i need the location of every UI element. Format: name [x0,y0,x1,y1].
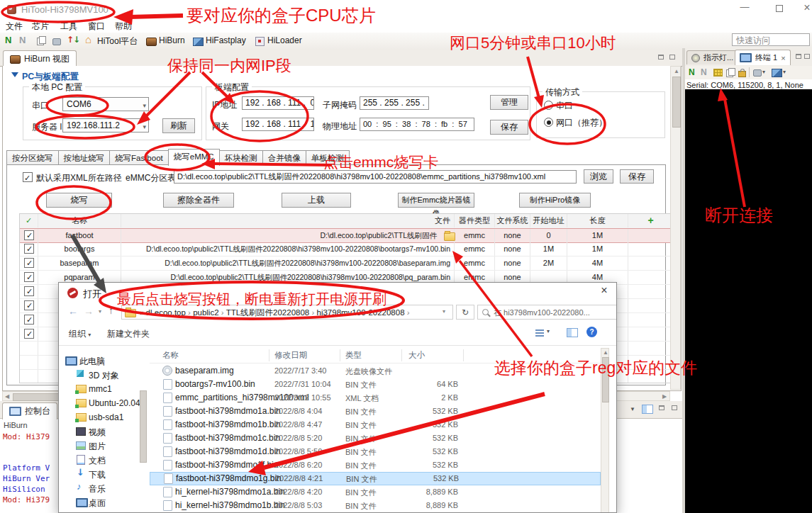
hiloader-icon[interactable] [255,37,265,46]
back-icon[interactable]: ← [68,305,78,317]
file-row[interactable]: fastboot-hi3798mdmo1a.bin 2022/8/8 4:04 … [150,405,601,418]
table-row-baseparam[interactable]: baseparam D:\dl.ecoo.top\public2\TTL线刷固件… [20,256,673,271]
header-name[interactable]: 名称 [38,214,121,227]
console-open-icon[interactable] [642,405,653,414]
view-mode-icon[interactable] [535,329,544,337]
connect-icon[interactable]: N [5,35,11,45]
erase-all-button[interactable]: 擦除全器件 [163,193,234,208]
connection-dropdown-icon[interactable]: ▾ [762,69,765,75]
header-start-addr[interactable]: 开始地址 [530,214,567,227]
file-row[interactable]: fastboot-hi3798mdmo1f.bin 2022/8/8 6:20 … [150,458,601,472]
help-icon[interactable] [586,327,597,337]
table-row-bootargs[interactable]: bootargs D:\dl.ecoo.top\public2\TTL线刷固件2… [20,242,673,256]
new-connection-icon[interactable] [753,69,762,77]
manage-button[interactable]: 管理 [490,95,528,110]
tab-partition-burn[interactable]: 按分区烧写 [6,150,59,166]
column-type[interactable]: 类型 [345,350,362,361]
file-row[interactable]: hi_kernel-hi3798mdmo1a.bin 2022/8/8 4:20… [150,485,601,499]
toolbar-hiburn[interactable]: HiBurn [159,35,185,45]
file-row[interactable]: fastboot-hi3798mdmo1b.bin 2022/8/8 4:47 … [150,418,601,432]
sidebar-item-3d-objects[interactable]: 3D 对象 [89,370,119,382]
board-ip-input[interactable]: 192 . 168 . 111 . 0 [242,96,314,110]
preview-pane-icon[interactable] [567,328,578,337]
header-check[interactable]: ✓ [20,214,38,227]
up-icon[interactable]: ↑ [109,305,113,316]
terminal-dropdown-icon[interactable]: ▾ [783,69,786,75]
console-maximize-icon[interactable] [672,405,677,410]
mac-input[interactable]: 00 : 95 : 38 : 78 : fb : 57 [360,118,474,131]
serial-combo[interactable]: COM6 [62,97,149,111]
sidebar-item-documents[interactable]: 文档 [89,455,106,467]
sidebar-item-usb-sda1[interactable]: usb-sda1 [89,412,123,422]
organize-button[interactable]: 组织 ▾ [69,328,91,340]
view-mode-dropdown-icon[interactable]: ▾ [547,328,550,334]
scroll-up-icon[interactable]: ▲ [674,68,679,75]
header-filesystem[interactable]: 文件系统 [495,214,530,227]
network-radio-label[interactable]: 网口（推荐） [556,117,607,129]
maximize-button[interactable] [776,5,783,12]
tab-hiburn-view[interactable]: HiBurn 视图 [3,50,77,67]
device-icon[interactable] [52,38,61,45]
editor-maximize-icon[interactable] [669,55,675,60]
file-row[interactable]: hi_kernel-hi3798mdmo1b.bin 2022/8/8 5:03… [150,499,601,512]
browse-button[interactable]: 浏览 [584,169,613,184]
column-size[interactable]: 大小 [408,350,425,361]
file-row[interactable]: fastboot-hi3798mdmo1d.bin 2022/8/8 5:50 … [150,445,601,458]
terminal-copy-icon[interactable] [726,69,733,77]
file-row-selected[interactable]: fastboot-hi3798mdmo1g.bin 2022/8/8 4:21 … [150,472,601,485]
toolbar-hifastplay[interactable]: HiFastplay [206,35,246,45]
make-emmc-image-button[interactable]: 制作Emmc烧片器镜像 [398,193,474,208]
console-minimize-icon[interactable] [659,405,664,410]
menu-file[interactable]: 文件 [6,21,23,33]
server-ip-combo[interactable]: 192.168.111.2 [62,118,149,133]
sidebar-item-pictures[interactable]: 图片 [89,441,106,453]
sidebar-item-downloads[interactable]: 下载 [89,469,106,481]
network-radio[interactable] [544,118,553,127]
row-checkbox[interactable] [24,272,34,282]
sidebar-item-this-pc[interactable]: 此电脑 [79,356,105,368]
row-checkbox[interactable] [24,315,34,325]
file-row[interactable]: emmc_partitions_hi3798mv100.xml 2022/8/1… [150,391,601,405]
gateway-input[interactable]: 192 . 168 . 111 . 1 [242,118,314,131]
header-device-type[interactable]: 器件类型 [455,214,495,227]
file-browse-icon[interactable] [444,232,455,241]
editor-vscrollbar[interactable]: ▲ [670,66,681,390]
tab-terminal-1[interactable]: 终端 1 × [735,50,791,65]
breadcrumb-item[interactable]: TTL线刷固件20220808 [226,308,310,317]
sidebar-item-videos[interactable]: 视频 [89,427,106,439]
sidebar-item-ubuntu[interactable]: Ubuntu-20.04 ( [89,398,145,408]
row-checkbox[interactable] [24,300,34,310]
terminal-screen[interactable] [685,89,812,513]
serial-radio[interactable] [544,101,553,110]
xml-checkbox-label[interactable]: 默认采用XML所在路径 [36,172,122,184]
tab-address-burn[interactable]: 按地址烧写 [58,150,111,166]
quick-access-input[interactable]: 快速访问 [732,33,810,46]
breadcrumb-item[interactable]: public2 [193,308,218,317]
make-hipro-image-button[interactable]: 制作HiPro镜像 [519,193,591,208]
row-checkbox[interactable] [24,329,34,339]
row-checkbox[interactable] [24,244,34,254]
download-icon[interactable]: ↓ [73,35,80,45]
table-row-fastboot[interactable]: fastboot D:\dl.ecoo.top\public2\TTL线刷固件 … [20,228,673,243]
menu-tools[interactable]: 工具 [60,21,77,33]
menu-help[interactable]: 帮助 [115,21,132,33]
editor-minimize-icon[interactable] [658,55,664,60]
sidebar-scrollbar[interactable] [140,390,147,463]
terminal-disconnect-icon[interactable]: N [701,67,707,77]
tab-burn-fastboot[interactable]: 烧写Fastboot [109,150,169,166]
tab-merge-image[interactable]: 合并镜像 [262,150,306,166]
row-checkbox[interactable] [24,258,34,268]
search-box[interactable]: 在 hi3798mv100-2022080... [477,305,617,320]
sidebar-item-mmc1[interactable]: mmc1 [89,384,112,394]
terminal-settings-icon[interactable] [713,69,723,77]
panel-minimize-icon[interactable] [796,54,801,59]
new-folder-button[interactable]: 新建文件夹 [107,328,150,340]
serial-radio-label[interactable]: 串口 [556,100,573,112]
menu-chip[interactable]: 芯片 [32,21,49,33]
xml-path-checkbox[interactable] [23,172,33,182]
toolbar-hiloader[interactable]: HiLoader [267,35,302,45]
breadcrumb-item[interactable]: dl.ecoo.top [146,308,186,317]
burn-button[interactable]: 烧写 [46,193,112,208]
hifastplay-icon[interactable] [193,38,204,46]
menu-window[interactable]: 窗口 [88,21,105,33]
